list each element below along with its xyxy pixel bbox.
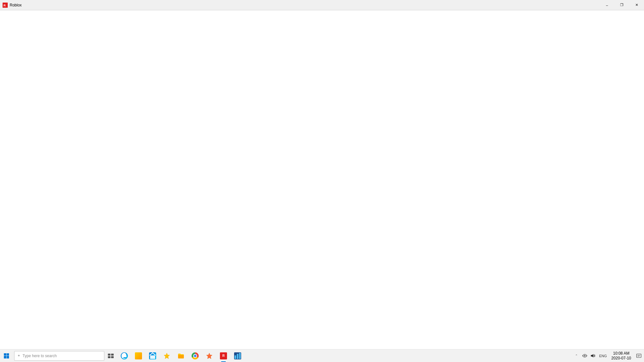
svg-marker-3	[164, 353, 170, 359]
svg-text:R: R	[4, 4, 6, 7]
taskbar-app-bookmarks2[interactable]	[202, 349, 216, 362]
store-icon	[149, 352, 156, 359]
svg-rect-5	[235, 355, 236, 359]
star-icon	[163, 352, 170, 359]
taskbar-app-blue[interactable]	[231, 349, 245, 362]
clock-time: 10:08 AM	[613, 351, 630, 356]
language-indicator[interactable]: ENG	[597, 349, 609, 362]
taskbar-right: ⌃ ENG 10:08 AM 2020-07-10	[572, 349, 644, 362]
start-button[interactable]	[0, 349, 13, 362]
folder-icon	[177, 352, 185, 359]
title-bar: R Roblox – ❐ ✕	[0, 0, 644, 10]
svg-rect-7	[239, 353, 241, 359]
network-icon	[582, 353, 587, 358]
title-bar-controls: – ❐ ✕	[600, 0, 644, 10]
title-bar-title: Roblox	[10, 3, 22, 7]
title-bar-icon: R	[3, 3, 8, 8]
file-explorer-icon	[135, 352, 142, 359]
volume-icon	[591, 353, 596, 358]
notification-icon	[636, 353, 641, 358]
lang-text: ENG	[599, 354, 607, 358]
clock-date: 2020-07-10	[611, 356, 631, 360]
search-icon: ⚬	[17, 353, 21, 358]
taskbar: ⚬ Type here to search	[0, 349, 644, 362]
minimize-button[interactable]: –	[600, 0, 614, 10]
roblox-icon: R	[220, 352, 227, 359]
volume-tray-icon[interactable]	[589, 349, 597, 362]
taskbar-app-file-explorer[interactable]	[131, 349, 146, 362]
main-content	[0, 10, 644, 349]
task-view-button[interactable]	[104, 349, 117, 362]
tray-expand-button[interactable]: ⌃	[572, 349, 581, 362]
windows-logo-icon	[4, 353, 9, 358]
svg-rect-2	[150, 355, 155, 359]
svg-rect-6	[237, 354, 239, 359]
taskbar-app-file-manager[interactable]	[174, 349, 188, 362]
search-placeholder: Type here to search	[23, 354, 57, 358]
task-view-icon	[108, 354, 114, 358]
svg-marker-11	[591, 354, 593, 357]
taskbar-app-store[interactable]	[146, 349, 160, 362]
restore-button[interactable]: ❐	[614, 0, 629, 10]
taskbar-app-chrome[interactable]	[188, 349, 202, 362]
datetime-display[interactable]: 10:08 AM 2020-07-10	[609, 349, 634, 362]
close-button[interactable]: ✕	[629, 0, 644, 10]
edge-icon	[121, 352, 128, 359]
taskbar-app-roblox[interactable]: R	[216, 349, 231, 362]
svg-marker-4	[206, 353, 212, 359]
taskbar-app-edge[interactable]	[117, 349, 131, 362]
search-box[interactable]: ⚬ Type here to search	[14, 351, 104, 361]
taskbar-app-bookmarks[interactable]	[160, 349, 174, 362]
chevron-up-icon: ⌃	[575, 354, 578, 357]
notification-button[interactable]	[634, 349, 644, 362]
bookmark-icon	[206, 352, 213, 359]
taskbar-apps: R	[117, 349, 245, 362]
svg-rect-12	[637, 354, 641, 357]
blue-app-icon	[234, 352, 241, 359]
network-tray-icon[interactable]	[581, 349, 589, 362]
chrome-icon	[192, 352, 199, 359]
title-bar-left: R Roblox	[0, 3, 22, 8]
